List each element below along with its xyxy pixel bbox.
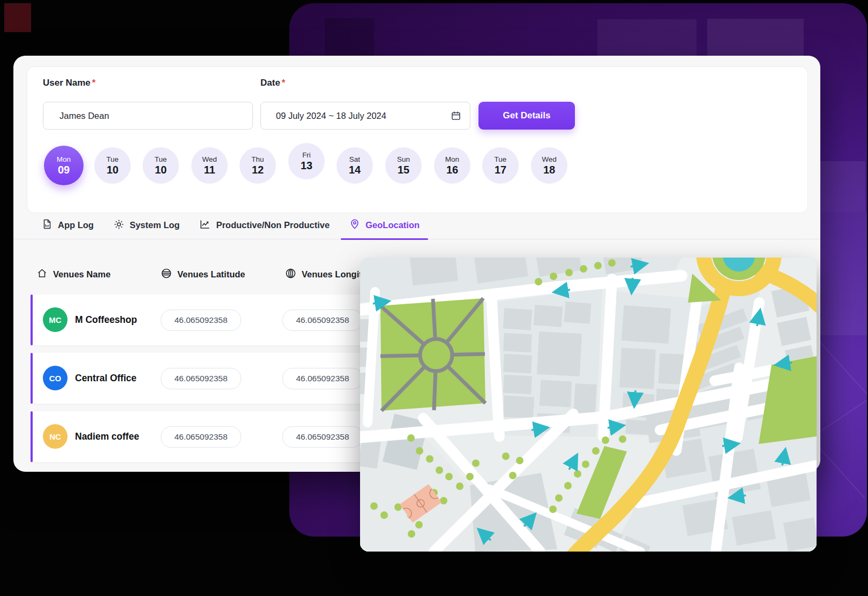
geolocation-map[interactable] <box>360 258 817 552</box>
date-pill-mon-16[interactable]: Mon 16 <box>434 147 470 184</box>
venue-name: Nadiem coffee <box>75 411 139 462</box>
latitude-globe-icon <box>161 268 172 281</box>
longitude-value: 46.065092358 <box>282 426 363 448</box>
date-pill-sat-14[interactable]: Sat 14 <box>336 147 373 184</box>
tab-geolocation[interactable]: GeoLocation <box>349 212 420 239</box>
row-accent-bar <box>31 411 33 462</box>
date-pill-mon-09[interactable]: Mon 09 <box>44 146 84 185</box>
avatar: NC <box>43 424 68 449</box>
date-pill-tue-10[interactable]: Tue 10 <box>94 147 131 184</box>
calendar-icon[interactable] <box>451 110 461 121</box>
decor-mosaic-square <box>597 19 697 59</box>
latitude-value: 46.065092358 <box>161 368 241 389</box>
date-pill-fri-13[interactable]: Fri 13 <box>288 143 325 179</box>
latitude-value: 46.065092358 <box>161 310 241 331</box>
required-asterisk: * <box>92 78 96 88</box>
tab-system-log[interactable]: System Log <box>114 212 180 239</box>
tab-productive[interactable]: Productive/Non Productive <box>199 212 330 239</box>
date-pill-tue-17[interactable]: Tue 17 <box>482 147 519 184</box>
row-accent-bar <box>31 353 33 404</box>
city-map-svg <box>360 258 817 552</box>
date-range-value: 09 July 2024 ~ 18 July 2024 <box>276 111 451 121</box>
required-asterisk: * <box>282 78 286 88</box>
page-background: User Name* Date* 09 July 2024 ~ 18 July … <box>0 0 868 596</box>
row-accent-bar <box>31 295 33 345</box>
venue-name: Central Office <box>75 353 137 404</box>
get-details-button[interactable]: Get Details <box>478 102 575 130</box>
decor-maroon-square <box>4 3 31 32</box>
longitude-value: 46.065092358 <box>282 368 363 389</box>
tab-bar: App Log System Log <box>13 212 820 239</box>
productivity-chart-icon <box>199 219 211 232</box>
date-pill-tue-10b[interactable]: Tue 10 <box>143 147 179 184</box>
avatar: CO <box>43 366 68 390</box>
geolocation-pin-icon <box>349 218 360 232</box>
column-header-venues-latitude: Venues Latitude <box>161 268 245 281</box>
username-input[interactable] <box>43 102 253 130</box>
venue-name: M Coffeeshop <box>75 295 137 345</box>
longitude-value: 46.065092358 <box>282 310 363 331</box>
app-log-icon <box>42 218 53 232</box>
date-range-input[interactable]: 09 July 2024 ~ 18 July 2024 <box>260 102 470 130</box>
filter-panel <box>27 66 808 213</box>
date-pill-thu-12[interactable]: Thu 12 <box>240 147 276 184</box>
username-label: User Name* <box>43 78 95 88</box>
longitude-globe-icon <box>285 268 296 281</box>
column-header-venues-name: Venues Name <box>36 268 110 281</box>
date-pill-wed-11[interactable]: Wed 11 <box>191 147 228 184</box>
date-pill-wed-18[interactable]: Wed 18 <box>531 147 567 184</box>
avatar: MC <box>43 307 68 332</box>
decor-mosaic-square <box>707 19 804 56</box>
date-pill-sun-15[interactable]: Sun 15 <box>385 147 422 184</box>
tab-app-log[interactable]: App Log <box>42 212 94 239</box>
home-icon <box>36 268 48 281</box>
system-log-icon <box>114 219 124 232</box>
latitude-value: 46.065092358 <box>161 426 241 448</box>
date-label: Date* <box>260 78 285 88</box>
